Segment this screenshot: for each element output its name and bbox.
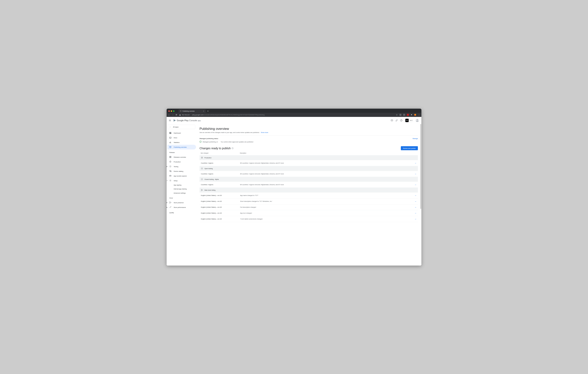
scrollbar[interactable] <box>420 124 421 266</box>
col-desc-header: Description <box>240 152 408 154</box>
sidebar-item-store-performance[interactable]: ▶Store performance <box>167 205 196 209</box>
col-item-header: Item changed <box>201 152 240 154</box>
dashboard-icon <box>169 132 171 134</box>
extension-abp-icon[interactable] <box>407 114 409 116</box>
sidebar-item-setup[interactable]: ▼Setup <box>167 178 196 183</box>
window-traffic-lights[interactable] <box>168 110 174 112</box>
changes-group-header: Open testing <box>200 166 418 171</box>
change-item: Countries / regions <box>201 162 240 164</box>
extensions-puzzle-icon[interactable]: ✦ <box>411 114 412 116</box>
check-circle-icon: ✓ <box>200 141 201 143</box>
sidebar-item-device-catalog[interactable]: Device catalog <box>167 169 196 173</box>
arrow-right-icon: → <box>415 218 417 220</box>
manage-link[interactable]: Manage <box>413 138 418 139</box>
browser-tab[interactable]: Publishing overview ✕ <box>178 109 206 113</box>
not-secure-label: Not Secure <box>182 114 190 116</box>
change-row[interactable]: Countries / regions89 countries / region… <box>200 182 418 188</box>
all-apps-button[interactable]: ← All apps <box>167 125 195 129</box>
show-more-link[interactable]: Show more <box>261 131 268 133</box>
address-bar[interactable]: Not Secure | play.google.com/console/u/0… <box>179 114 394 116</box>
change-row[interactable]: English (United States) – en-USFull desc… <box>200 204 418 210</box>
sidebar-item-statistics[interactable]: Statistics <box>167 140 196 145</box>
change-desc: App name changed to 'TCT' <box>240 194 415 196</box>
change-item: English (United States) – en-US <box>201 212 240 214</box>
link-icon[interactable] <box>395 119 398 121</box>
arrow-right-icon: → <box>415 172 417 175</box>
testing-icon <box>201 178 203 180</box>
svg-marker-31 <box>202 179 202 180</box>
arrow-left-icon: ← <box>169 126 171 128</box>
sidebar-item-advanced-settings[interactable]: Advanced settings <box>167 191 196 195</box>
svg-point-7 <box>417 119 418 120</box>
sidebar-item-publishing-overview[interactable]: Publishing overview <box>167 145 196 150</box>
changes-heading: Changes ready to publish <box>200 147 231 150</box>
sidebar-item-dashboard[interactable]: Dashboard <box>167 131 196 135</box>
sidebar-item-internal-app-sharing[interactable]: Internal app sharing <box>167 187 196 191</box>
sidebar-item-production[interactable]: Production <box>167 159 196 164</box>
chevron-icon: ▶ <box>167 166 167 167</box>
group-label: Production <box>204 157 211 159</box>
testing-icon <box>201 167 203 170</box>
review-publish-button[interactable]: Review and publish <box>401 146 418 150</box>
change-row[interactable]: English (United States) – en-USApp icon … <box>200 210 418 216</box>
section-grow: Grow <box>167 195 196 200</box>
sidebar-item-label: Advanced settings <box>174 192 186 194</box>
extension-icon[interactable] <box>403 114 405 116</box>
play-logo-icon <box>173 119 176 122</box>
nav-back-button[interactable]: ← <box>168 114 170 116</box>
chevron-icon: ▶ <box>167 202 167 203</box>
sidebar-item-testing[interactable]: ▶Testing <box>167 164 196 169</box>
sidebar-item-label: Store presence <box>174 202 184 203</box>
close-tab-icon[interactable]: ✕ <box>203 110 204 112</box>
sidebar-item-label: Statistics <box>174 141 179 143</box>
sidebar-item-label: Store performance <box>174 206 186 208</box>
change-row[interactable]: English (United States) – en-USShort des… <box>200 198 418 204</box>
bookmark-star-icon[interactable]: ☆ <box>396 114 398 116</box>
browser-menu-button[interactable]: ⋮ <box>418 114 420 116</box>
sidebar-item-inbox[interactable]: Inbox <box>167 135 196 140</box>
sidebar-item-releases-overview[interactable]: Releases overview <box>167 155 196 159</box>
help-icon[interactable] <box>400 119 402 121</box>
change-row[interactable]: English (United States) – en-US7-inch ta… <box>200 216 418 222</box>
svg-rect-11 <box>169 133 170 134</box>
page-subtitle: See an overview of the changes made to y… <box>200 131 260 133</box>
chevron-icon: ▼ <box>167 180 168 181</box>
user-avatar[interactable] <box>416 118 419 122</box>
svg-marker-29 <box>202 168 202 169</box>
sidebar-item-label: Internal app sharing <box>174 188 187 190</box>
change-item: English (United States) – en-US <box>201 218 240 220</box>
sidebar-item-label: Production <box>174 161 181 163</box>
sidebar-item-app-signing[interactable]: App signing <box>167 183 196 187</box>
change-item: English (United States) – en-US <box>201 194 240 196</box>
sidebar-item-app-bundle-explorer[interactable]: App bundle explorer <box>167 173 196 178</box>
feedback-icon[interactable] <box>391 119 393 121</box>
svg-rect-19 <box>169 157 170 158</box>
logo-text: Google Play Console <box>177 119 197 122</box>
app-header: Google Play Console BETA TCT TCT <box>167 117 421 124</box>
managed-status-heading: Managed publishing status <box>200 138 413 139</box>
chevron-icon: ▶ <box>167 206 167 208</box>
help-tooltip-icon[interactable]: ? <box>232 147 233 149</box>
svg-point-26 <box>170 180 171 181</box>
account-switcher[interactable]: TCT TCT <box>405 118 413 122</box>
play-console-logo[interactable]: Google Play Console BETA <box>173 119 201 122</box>
beta-badge: BETA <box>197 120 201 121</box>
browser-window: Publishing overview ✕ + ← → ⟳ Not Secure… <box>167 109 421 266</box>
changes-group-header: Production <box>200 155 418 160</box>
all-apps-label: All apps <box>173 126 178 128</box>
not-secure-icon <box>179 114 181 116</box>
sidebar-item-store-presence[interactable]: ▶Store presence <box>167 200 196 205</box>
sidebar-item-label: Dashboard <box>174 132 181 134</box>
svg-rect-9 <box>170 132 171 132</box>
sidebar-item-label: App bundle explorer <box>174 175 187 177</box>
extension-icon[interactable] <box>399 114 401 116</box>
change-row[interactable]: English (United States) – en-USApp name … <box>200 192 418 198</box>
extension-icon[interactable] <box>414 114 416 116</box>
change-desc: 7-inch tablet screenshots changed <box>240 218 415 220</box>
hamburger-menu-button[interactable] <box>169 119 171 121</box>
nav-reload-button[interactable]: ⟳ <box>175 114 178 116</box>
section-release: Release <box>167 150 196 155</box>
new-tab-button[interactable]: + <box>206 110 210 112</box>
change-row[interactable]: Countries / regions89 countries / region… <box>200 160 418 166</box>
change-row[interactable]: Countries / regions89 countries / region… <box>200 171 418 177</box>
